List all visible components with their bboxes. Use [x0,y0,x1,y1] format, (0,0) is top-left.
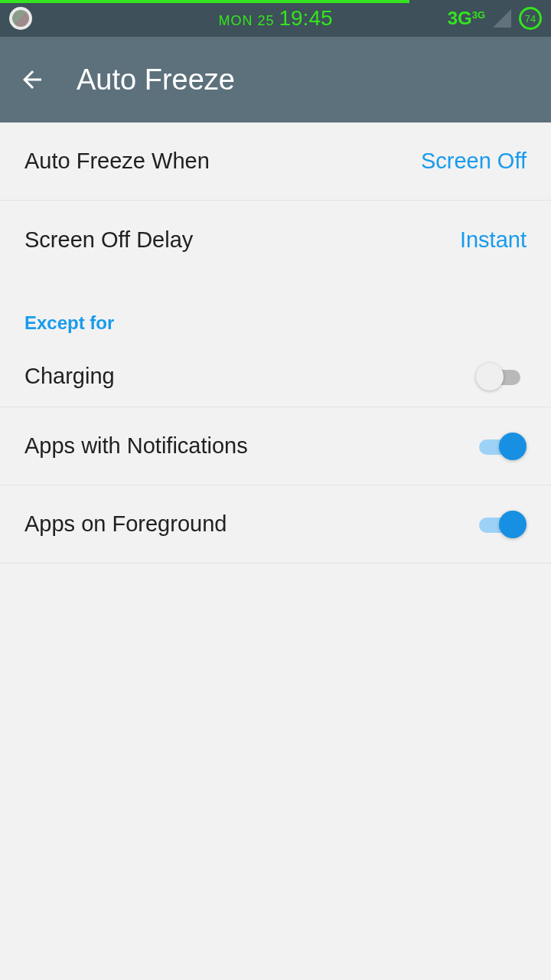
status-time: 19:45 [279,6,332,31]
battery-indicator: 74 [519,7,542,30]
row-value: Instant [460,227,527,253]
toggle-charging[interactable] [476,361,527,392]
row-label: Auto Freeze When [24,149,210,174]
row-label: Apps with Notifications [24,433,248,459]
toggle-thumb [499,433,527,460]
page-title: Auto Freeze [77,64,235,96]
status-date: MON 25 [218,13,274,29]
status-left [9,7,32,30]
network-indicator: 3G [448,8,472,29]
row-label: Charging [24,364,115,389]
row-apps-foreground[interactable]: Apps on Foreground [0,485,551,564]
row-charging[interactable]: Charging [0,338,551,407]
toggle-apps-foreground[interactable] [476,509,527,540]
arrow-back-icon [18,66,46,93]
toggle-thumb [476,363,504,390]
row-apps-notifications[interactable]: Apps with Notifications [0,407,551,485]
signal-icon [493,9,511,28]
row-label: Screen Off Delay [24,227,193,253]
status-bar: MON 25 19:45 3G 3G 74 [0,0,551,37]
app-bar: Auto Freeze [0,37,551,122]
section-header-except-for: Except for [0,279,551,338]
row-value: Screen Off [421,149,527,174]
row-screen-off-delay[interactable]: Screen Off Delay Instant [0,201,551,279]
battery-value: 74 [525,13,536,24]
settings-list: Auto Freeze When Screen Off Screen Off D… [0,122,551,564]
status-clock: MON 25 19:45 [218,6,332,31]
row-label: Apps on Foreground [24,511,227,537]
toggle-apps-notifications[interactable] [476,431,527,462]
row-auto-freeze-when[interactable]: Auto Freeze When Screen Off [0,122,551,201]
status-progress-bar [0,0,409,3]
network-indicator-sup: 3G [472,9,485,21]
back-button[interactable] [18,66,46,93]
app-notification-icon [9,7,32,30]
toggle-thumb [499,511,527,538]
status-right: 3G 3G 74 [448,7,542,30]
